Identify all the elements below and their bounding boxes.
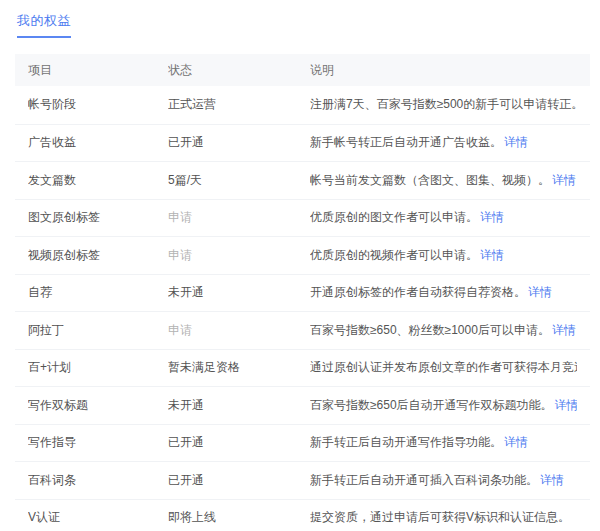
row-description-text: 提交资质，通过申请后可获得V标识和认证信息。 xyxy=(310,510,570,524)
table-row: 图文原创标签 申请 优质原创的图文作者可以申请。详情 xyxy=(15,199,590,237)
row-description: 提交资质，通过申请后可获得V标识和认证信息。 xyxy=(310,509,577,526)
table-row: 帐号阶段 正式运营 注册满7天、百家号指数≥500的新手可以申请转正。详情 xyxy=(15,86,590,124)
detail-link[interactable]: 详情 xyxy=(528,285,552,299)
row-description: 注册满7天、百家号指数≥500的新手可以申请转正。详情 xyxy=(310,96,577,113)
row-description-text: 优质原创的图文作者可以申请。 xyxy=(310,210,478,224)
row-item-name: 写作指导 xyxy=(28,434,168,451)
my-rights-page: 我的权益 项目 状态 说明 帐号阶段 正式运营 注册满7天、百家号指数≥500的… xyxy=(0,0,600,531)
table-row: 百科词条 已开通 新手转正后自动开通可插入百科词条功能。详情 xyxy=(15,461,590,499)
row-item-name: 阿拉丁 xyxy=(28,322,168,339)
row-description: 新手帐号转正后自动开通广告收益。详情 xyxy=(310,134,577,151)
row-description-text: 百家号指数≥650后自动开通写作双标题功能。 xyxy=(310,398,553,412)
row-status: 申请 xyxy=(168,247,310,264)
row-status: 申请 xyxy=(168,209,310,226)
row-description-text: 帐号当前发文篇数（含图文、图集、视频）。 xyxy=(310,173,550,187)
table-row: 百+计划 暂未满足资格 通过原创认证并发布原创文章的作者可获得本月竞速资格。详情 xyxy=(15,349,590,387)
table-row: 自荐 未开通 开通原创标签的作者自动获得自荐资格。详情 xyxy=(15,274,590,312)
table-row: 阿拉丁 申请 百家号指数≥650、粉丝数≥1000后可以申请。详情 xyxy=(15,311,590,349)
row-description: 帐号当前发文篇数（含图文、图集、视频）。详情 xyxy=(310,172,577,189)
rights-table: 项目 状态 说明 帐号阶段 正式运营 注册满7天、百家号指数≥500的新手可以申… xyxy=(15,54,590,531)
row-status: 申请 xyxy=(168,322,310,339)
row-status: 已开通 xyxy=(168,472,310,489)
row-description-text: 新手帐号转正后自动开通广告收益。 xyxy=(310,135,502,149)
row-description-text: 注册满7天、百家号指数≥500的新手可以申请转正。 xyxy=(310,97,577,111)
row-item-name: 图文原创标签 xyxy=(28,209,168,226)
table-body: 帐号阶段 正式运营 注册满7天、百家号指数≥500的新手可以申请转正。详情 广告… xyxy=(15,86,590,531)
tab-my-rights[interactable]: 我的权益 xyxy=(17,12,71,38)
row-item-name: 写作双标题 xyxy=(28,397,168,414)
row-description: 新手转正后自动开通可插入百科词条功能。详情 xyxy=(310,472,577,489)
row-description-text: 新手转正后自动开通写作指导功能。 xyxy=(310,435,502,449)
detail-link[interactable]: 详情 xyxy=(555,398,577,412)
table-header-row: 项目 状态 说明 xyxy=(15,54,590,86)
table-row: 广告收益 已开通 新手帐号转正后自动开通广告收益。详情 xyxy=(15,124,590,162)
row-status: 即将上线 xyxy=(168,509,310,526)
row-description-text: 优质原创的视频作者可以申请。 xyxy=(310,248,478,262)
row-status: 正式运营 xyxy=(168,96,310,113)
detail-link[interactable]: 详情 xyxy=(504,135,528,149)
detail-link[interactable]: 详情 xyxy=(552,323,576,337)
row-description: 优质原创的图文作者可以申请。详情 xyxy=(310,209,577,226)
row-item-name: 视频原创标签 xyxy=(28,247,168,264)
detail-link[interactable]: 详情 xyxy=(504,435,528,449)
table-row: 视频原创标签 申请 优质原创的视频作者可以申请。详情 xyxy=(15,236,590,274)
tab-bar: 我的权益 xyxy=(0,0,600,38)
row-description: 优质原创的视频作者可以申请。详情 xyxy=(310,247,577,264)
row-item-name: 百科词条 xyxy=(28,472,168,489)
row-description: 百家号指数≥650、粉丝数≥1000后可以申请。详情 xyxy=(310,322,577,339)
row-status: 未开通 xyxy=(168,397,310,414)
detail-link[interactable]: 详情 xyxy=(552,173,576,187)
row-item-name: 帐号阶段 xyxy=(28,96,168,113)
row-item-name: 发文篇数 xyxy=(28,172,168,189)
row-description-text: 开通原创标签的作者自动获得自荐资格。 xyxy=(310,285,526,299)
row-item-name: 百+计划 xyxy=(28,359,168,376)
row-status: 5篇/天 xyxy=(168,172,310,189)
row-item-name: 自荐 xyxy=(28,284,168,301)
row-description: 开通原创标签的作者自动获得自荐资格。详情 xyxy=(310,284,577,301)
column-header-item: 项目 xyxy=(28,62,168,79)
row-description-text: 通过原创认证并发布原创文章的作者可获得本月竞速资格。 xyxy=(310,360,577,374)
row-status: 已开通 xyxy=(168,134,310,151)
row-description: 通过原创认证并发布原创文章的作者可获得本月竞速资格。详情 xyxy=(310,359,577,376)
row-item-name: V认证 xyxy=(28,509,168,526)
table-row: 写作指导 已开通 新手转正后自动开通写作指导功能。详情 xyxy=(15,424,590,462)
table-row: 发文篇数 5篇/天 帐号当前发文篇数（含图文、图集、视频）。详情 xyxy=(15,161,590,199)
detail-link[interactable]: 详情 xyxy=(480,248,504,262)
row-item-name: 广告收益 xyxy=(28,134,168,151)
detail-link[interactable]: 详情 xyxy=(540,473,564,487)
table-row: V认证 即将上线 提交资质，通过申请后可获得V标识和认证信息。 xyxy=(15,499,590,531)
row-status: 未开通 xyxy=(168,284,310,301)
column-header-status: 状态 xyxy=(168,62,310,79)
row-description: 百家号指数≥650后自动开通写作双标题功能。详情 xyxy=(310,397,577,414)
row-status: 已开通 xyxy=(168,434,310,451)
row-description-text: 新手转正后自动开通可插入百科词条功能。 xyxy=(310,473,538,487)
table-row: 写作双标题 未开通 百家号指数≥650后自动开通写作双标题功能。详情 xyxy=(15,386,590,424)
row-status: 暂未满足资格 xyxy=(168,359,310,376)
row-description: 新手转正后自动开通写作指导功能。详情 xyxy=(310,434,577,451)
row-description-text: 百家号指数≥650、粉丝数≥1000后可以申请。 xyxy=(310,323,550,337)
detail-link[interactable]: 详情 xyxy=(480,210,504,224)
column-header-description: 说明 xyxy=(310,62,577,79)
